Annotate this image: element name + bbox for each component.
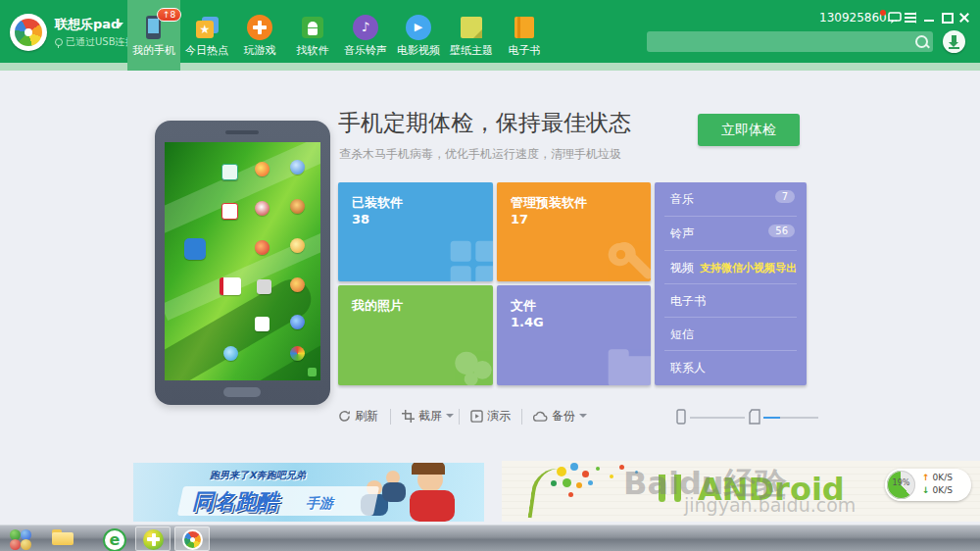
sdcard-storage-icon — [749, 409, 760, 425]
close-button[interactable] — [956, 10, 972, 25]
divider — [521, 409, 522, 425]
banner-suffix: 手游 — [306, 495, 333, 513]
phone-mockup — [155, 121, 330, 405]
sdcard-storage-fill — [763, 417, 780, 419]
app-logo[interactable] — [10, 14, 47, 51]
download-speed: ↓0K/S — [922, 485, 953, 495]
book-icon — [512, 15, 537, 40]
checkup-now-button[interactable]: 立即体检 — [698, 114, 800, 146]
tab-label: 电子书 — [498, 43, 551, 58]
down-arrow-icon: ↓ — [922, 485, 930, 495]
tab-my-phone[interactable]: ↑8 我的手机 — [127, 0, 180, 71]
network-speed-widget[interactable]: 19% ↑0K/S ↓0K/S — [885, 469, 971, 501]
refresh-button[interactable]: 刷新 — [338, 408, 378, 427]
wrench-icon — [604, 236, 651, 281]
dock-app — [308, 368, 317, 376]
tile-value: 1.4G — [511, 315, 544, 329]
count-badge: 7 — [775, 190, 795, 203]
photos-icon — [446, 340, 493, 385]
account-number[interactable]: 130925860... — [819, 11, 898, 25]
antivirus-taskbar-icon[interactable] — [135, 526, 171, 551]
message-icon[interactable] — [888, 12, 902, 24]
search-input[interactable] — [653, 31, 909, 54]
music-note-icon: ♪ — [353, 15, 378, 40]
tile-preinstalled-apps[interactable]: 管理预装软件 17 — [497, 182, 651, 281]
dandelion-dot — [557, 467, 566, 476]
tab-find-apps[interactable]: 找软件 — [286, 0, 339, 71]
refresh-icon — [338, 410, 351, 423]
tab-music-ringtones[interactable]: ♪ 音乐铃声 — [339, 0, 392, 71]
usage-percent: 19% — [885, 478, 917, 487]
download-arrow-icon — [952, 35, 956, 42]
side-item-music[interactable]: 音乐 7 — [655, 182, 807, 216]
android-icon — [300, 15, 325, 40]
side-item-sms[interactable]: 短信 — [655, 318, 807, 351]
app-window: 联想乐pad 已通过USB连接 ↑8 我的手机 ★ 今日热点 玩游戏 — [0, 0, 980, 551]
phone-storage-bar[interactable] — [690, 417, 745, 419]
tab-hot-today[interactable]: ★ 今日热点 — [180, 0, 233, 71]
tile-label: 文件 — [511, 297, 536, 315]
backup-button[interactable]: 备份 — [533, 408, 587, 427]
tile-value: 17 — [511, 212, 528, 226]
tab-movies[interactable]: ▶ 电影视频 — [392, 0, 445, 71]
divider — [459, 409, 460, 425]
download-button[interactable] — [943, 30, 965, 53]
play-icon: ▶ — [406, 15, 431, 40]
toolbar-label: 截屏 — [418, 409, 442, 423]
page-title: 手机定期体检，保持最佳状态 — [338, 108, 631, 138]
media-side-panel: 音乐 7 铃声 56 视频 支持微信小视频导出 电子书 短信 联系人 — [655, 182, 807, 385]
chevron-down-icon — [579, 414, 587, 418]
tab-label: 音乐铃声 — [339, 43, 392, 58]
wallpaper-icon — [459, 15, 484, 40]
cloud-icon — [533, 410, 548, 423]
side-item-contacts[interactable]: 联系人 — [655, 351, 807, 384]
gamepad-icon — [247, 15, 272, 40]
tab-label: 今日热点 — [180, 43, 233, 58]
page-subtitle: 查杀木马手机病毒，优化手机运行速度，清理手机垃圾 — [339, 146, 621, 163]
divider — [390, 409, 391, 425]
tile-label: 我的照片 — [352, 297, 403, 315]
search-icon[interactable] — [915, 35, 928, 48]
usb-pin-icon — [55, 38, 63, 46]
tile-label: 已装软件 — [352, 194, 403, 212]
upload-speed: ↑0K/S — [922, 473, 953, 482]
side-item-ringtones[interactable]: 铃声 56 — [655, 217, 807, 250]
brand-name[interactable]: 联想乐pad — [55, 16, 120, 33]
side-label: 视频 — [670, 260, 694, 276]
toolbar-label: 刷新 — [355, 409, 378, 423]
chevron-down-icon[interactable] — [116, 23, 123, 27]
phone-screen[interactable] — [165, 142, 320, 380]
tile-files[interactable]: 文件 1.4G — [497, 285, 651, 385]
notification-dot — [880, 10, 886, 16]
tile-my-photos[interactable]: 我的照片 — [338, 285, 493, 385]
phone-speaker — [225, 130, 259, 134]
folder-icon — [604, 340, 651, 385]
tab-wallpapers[interactable]: 壁纸主题 — [445, 0, 498, 71]
crop-icon — [402, 410, 415, 423]
tile-value: 38 — [352, 212, 369, 226]
browser-taskbar-icon[interactable]: e — [102, 526, 127, 551]
lenovo-assistant-taskbar-icon[interactable] — [174, 526, 210, 551]
tab-label: 电影视频 — [392, 43, 445, 58]
side-item-videos[interactable]: 视频 支持微信小视频导出 — [655, 251, 807, 284]
explorer-taskbar-icon[interactable] — [51, 526, 76, 551]
tab-label: 壁纸主题 — [445, 43, 498, 58]
side-item-ebooks[interactable]: 电子书 — [655, 284, 807, 318]
count-badge: 56 — [768, 225, 795, 237]
star-icon: ★ — [194, 15, 220, 40]
minimize-button[interactable] — [921, 10, 937, 25]
screenshot-button[interactable]: 截屏 — [402, 408, 454, 427]
tile-installed-apps[interactable]: 已装软件 38 — [338, 182, 493, 281]
maximize-button[interactable] — [939, 10, 955, 25]
toolbar-label: 备份 — [552, 409, 575, 423]
search-box — [647, 31, 933, 52]
wechat-video-note: 支持微信小视频导出 — [700, 261, 797, 276]
tab-games[interactable]: 玩游戏 — [233, 0, 286, 71]
banner-title: 同名跑酷 — [192, 487, 278, 517]
tab-ebooks[interactable]: 电子书 — [498, 0, 551, 71]
demo-button[interactable]: 演示 — [470, 408, 511, 427]
game-ad-banner[interactable]: 跑男来了X奔跑吧兄弟 同名跑酷 手游 — [133, 463, 484, 522]
start-button[interactable] — [6, 526, 35, 551]
side-label: 音乐 — [670, 191, 694, 208]
tab-label: 找软件 — [286, 43, 339, 58]
